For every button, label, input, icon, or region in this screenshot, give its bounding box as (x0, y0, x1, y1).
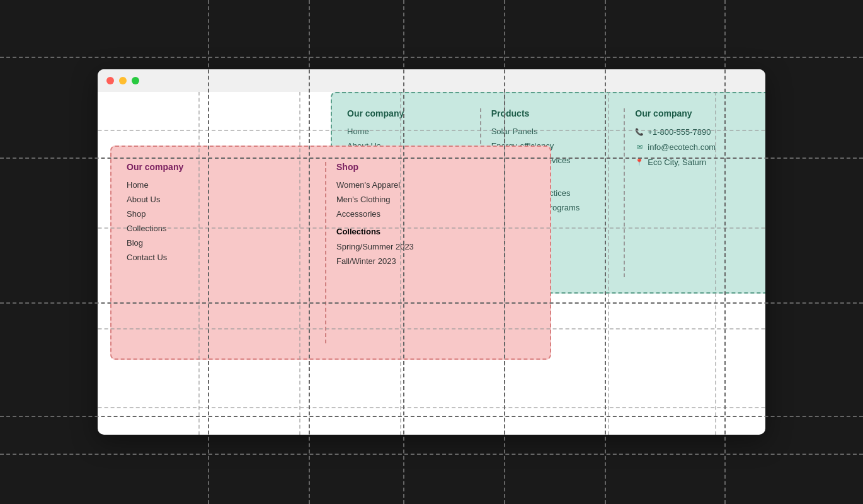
pink-card: Our company Home About Us Shop Collectio… (110, 146, 551, 360)
pink-collections-item-fall[interactable]: Fall/Winter 2023 (336, 257, 525, 265)
pink-shop-item-mens[interactable]: Men's Clothing (336, 195, 525, 203)
teal-product-item-solar[interactable]: Solar Panels (491, 127, 614, 135)
teal-company-item-home[interactable]: Home (347, 127, 470, 135)
pink-shop-item-womens[interactable]: Women's Apparel (336, 181, 525, 189)
teal-company-heading: Our company (347, 108, 470, 118)
close-button[interactable] (106, 77, 114, 84)
pink-shop-item-accessories[interactable]: Accessories (336, 210, 525, 218)
pink-company-item-shop[interactable]: Shop (127, 210, 315, 218)
pink-col-company: Our company Home About Us Shop Collectio… (127, 162, 326, 343)
teal-contact-email: ✉ info@ecotech.com (635, 142, 758, 151)
teal-products-heading: Products (491, 108, 614, 118)
teal-contact-location: 📍 Eco City, Saturn (635, 158, 758, 166)
pink-shop-heading: Shop (336, 162, 525, 172)
pink-company-item-home[interactable]: Home (127, 181, 315, 189)
minimize-button[interactable] (119, 77, 127, 84)
pink-col-shop: Shop Women's Apparel Men's Clothing Acce… (326, 162, 535, 343)
pink-collections-heading: Collections (336, 227, 525, 236)
browser-content: Products Our company Home About Us Servi… (98, 92, 765, 435)
phone-icon: 📞 (635, 127, 644, 136)
ext-grid-hline-5 (0, 454, 863, 455)
grid-hline-4 (98, 407, 765, 408)
pink-company-item-collections[interactable]: Collections (127, 224, 315, 232)
maximize-button[interactable] (132, 77, 139, 84)
browser-titlebar (98, 69, 765, 92)
pink-company-item-blog[interactable]: Blog (127, 239, 315, 247)
teal-contact-heading: Our company (635, 108, 758, 118)
browser-window: Products Our company Home About Us Servi… (98, 69, 765, 435)
pink-collections-item-spring[interactable]: Spring/Summer 2023 (336, 243, 525, 251)
teal-col-contact: Our company 📞 +1-800-555-7890 ✉ info@eco… (625, 108, 765, 277)
pink-company-item-about[interactable]: About Us (127, 195, 315, 203)
teal-contact-phone: 📞 +1-800-555-7890 (635, 127, 758, 136)
ext-grid-hline-1 (0, 57, 863, 58)
pink-company-item-contact[interactable]: Contact Us (127, 253, 315, 261)
pink-company-heading: Our company (127, 162, 315, 172)
email-icon: ✉ (635, 142, 644, 151)
location-icon: 📍 (635, 158, 644, 166)
